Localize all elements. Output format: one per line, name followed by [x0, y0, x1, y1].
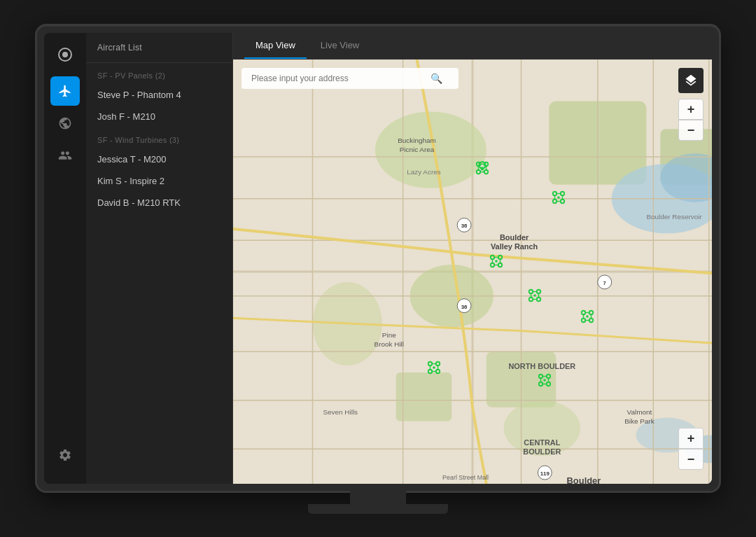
- svg-point-67: [557, 197, 560, 200]
- drone-marker-4[interactable]: [527, 288, 542, 306]
- svg-text:Boulder Reservoir: Boulder Reservoir: [646, 213, 702, 221]
- settings-icon[interactable]: [50, 440, 80, 470]
- svg-text:Pine: Pine: [382, 331, 396, 339]
- drone-marker-6[interactable]: [426, 360, 442, 378]
- drone-marker-7[interactable]: [537, 372, 552, 391]
- svg-text:Pearl Street Mall: Pearl Street Mall: [442, 474, 489, 481]
- app: Aircraft List SF - PV Panels (2) Steve P…: [44, 33, 712, 484]
- icon-bar-bottom: [50, 440, 80, 477]
- svg-text:7: 7: [603, 280, 606, 285]
- svg-text:36: 36: [461, 303, 468, 309]
- drone-marker-1[interactable]: [475, 160, 490, 179]
- users-nav-icon[interactable]: [50, 141, 80, 170]
- zoom-out-button[interactable]: −: [678, 120, 704, 141]
- tab-map-view[interactable]: Map View: [244, 33, 307, 59]
- sidebar-header: Aircraft List: [86, 33, 232, 63]
- monitor-bezel: Aircraft List SF - PV Panels (2) Steve P…: [35, 24, 721, 493]
- aircraft-nav-icon[interactable]: [50, 76, 80, 106]
- map-zoom-controls-bottom: + −: [678, 428, 704, 470]
- map-container: 36 36 119 7 Buckingham Picnic Area Lazy …: [233, 60, 712, 484]
- group-label-pv-panels: SF - PV Panels (2): [86, 63, 232, 84]
- aircraft-item-kim[interactable]: Kim S - Inspire 2: [86, 170, 232, 192]
- svg-text:Boulder: Boulder: [500, 233, 529, 242]
- svg-text:Valley Ranch: Valley Ranch: [491, 242, 538, 251]
- search-wrapper: 🔍: [241, 68, 458, 89]
- icon-bar-top: [50, 40, 80, 438]
- map-background: 36 36 119 7 Buckingham Picnic Area Lazy …: [233, 60, 712, 484]
- drone-marker-3[interactable]: [489, 253, 504, 272]
- screen: Aircraft List SF - PV Panels (2) Steve P…: [44, 33, 712, 484]
- svg-text:Picnic Area: Picnic Area: [400, 146, 435, 153]
- svg-rect-11: [396, 372, 451, 421]
- aircraft-item-josh[interactable]: Josh F - M210: [86, 106, 232, 127]
- aircraft-item-steve[interactable]: Steve P - Phantom 4: [86, 84, 232, 106]
- svg-point-58: [481, 167, 484, 169]
- svg-text:NORTH BOULDER: NORTH BOULDER: [508, 362, 575, 370]
- svg-point-1: [62, 52, 68, 57]
- zoom-in-button-2[interactable]: +: [678, 428, 704, 449]
- drone-marker-2[interactable]: [551, 190, 566, 208]
- search-icon: 🔍: [430, 73, 442, 84]
- svg-text:Brook Hill: Brook Hill: [374, 340, 404, 348]
- svg-text:Buckingham: Buckingham: [398, 137, 436, 144]
- group-label-wind-turbines: SF - Wind Turbines (3): [86, 127, 232, 148]
- icon-bar: [44, 33, 86, 484]
- svg-point-76: [495, 260, 498, 263]
- drone-marker-5[interactable]: [580, 309, 595, 327]
- svg-text:Boulder: Boulder: [567, 475, 601, 484]
- map-zoom-controls: + −: [678, 99, 704, 141]
- svg-text:Lazy Acres: Lazy Acres: [407, 167, 441, 175]
- svg-point-94: [586, 315, 589, 318]
- aircraft-item-david[interactable]: David B - M210 RTK: [86, 192, 232, 214]
- zoom-in-button[interactable]: +: [678, 99, 704, 120]
- globe-nav-icon[interactable]: [50, 109, 80, 138]
- map-search-input[interactable]: [248, 68, 430, 89]
- svg-text:Bike Park: Bike Park: [624, 417, 654, 424]
- zoom-out-button-2[interactable]: −: [678, 449, 704, 470]
- aircraft-item-jessica[interactable]: Jessica T - M200: [86, 148, 232, 170]
- stand-neck: [350, 489, 406, 504]
- svg-text:Seven Hills: Seven Hills: [323, 407, 358, 415]
- svg-text:119: 119: [540, 470, 550, 477]
- svg-point-112: [543, 379, 546, 382]
- sidebar: Aircraft List SF - PV Panels (2) Steve P…: [86, 33, 233, 484]
- svg-point-103: [433, 366, 435, 369]
- tab-live-view[interactable]: Live View: [309, 33, 370, 59]
- svg-point-85: [533, 294, 536, 297]
- main-content: Map View Live View: [233, 33, 712, 484]
- stand-base: [308, 504, 448, 514]
- svg-text:CENTRAL: CENTRAL: [524, 438, 560, 447]
- monitor-wrapper: Aircraft List SF - PV Panels (2) Steve P…: [35, 24, 721, 514]
- svg-text:36: 36: [461, 223, 468, 229]
- tab-bar: Map View Live View: [233, 33, 712, 60]
- monitor-stand: [308, 489, 448, 514]
- svg-text:Valmont: Valmont: [627, 407, 652, 415]
- svg-text:BOULDER: BOULDER: [523, 447, 561, 456]
- logo-icon[interactable]: [50, 40, 80, 69]
- map-layer-button[interactable]: [678, 68, 704, 93]
